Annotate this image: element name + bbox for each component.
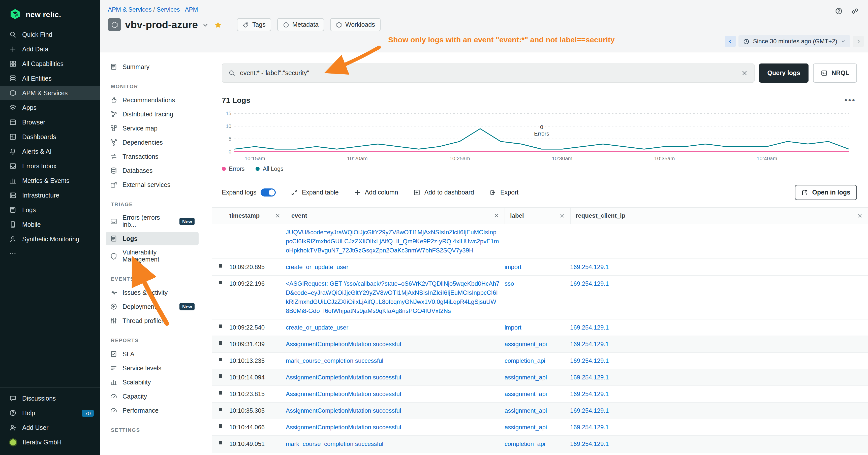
event-link[interactable]: mark_course_completion successful (286, 357, 383, 364)
event-link[interactable]: mark_course_completion successful (286, 441, 383, 448)
event-link[interactable]: create_or_update_user (286, 324, 348, 331)
table-row[interactable]: 10:10:49.051mark_course_completion succe… (212, 436, 868, 453)
help-circle-icon[interactable] (835, 7, 843, 15)
sidebar-item-errors-inbox[interactable]: Errors Inbox (0, 159, 100, 173)
label-link[interactable]: assignment_api (504, 340, 547, 348)
row-handle[interactable] (212, 224, 229, 259)
table-row[interactable]: 10:10:44.066AssignmentCompletionMutation… (212, 419, 868, 436)
time-forward-button[interactable] (853, 36, 864, 47)
sidebar-item-all-entities[interactable]: All Entities (0, 71, 100, 86)
breadcrumb-apm-services[interactable]: APM & Services (108, 6, 152, 13)
subnav-item-dependencies[interactable]: Dependencies (106, 135, 198, 149)
legend-all-logs[interactable]: All Logs (256, 166, 283, 172)
sidebar-item-iterativ-gmbh[interactable]: Iterativ GmbH (0, 435, 100, 450)
event-link[interactable]: create_or_update_user (286, 263, 348, 270)
ip-link[interactable]: 169.254.129.1 (570, 374, 609, 381)
add-column-button[interactable]: Add column (354, 189, 398, 196)
ip-link[interactable]: 169.254.129.1 (570, 280, 609, 287)
event-link[interactable]: AssignmentCompletionMutation successful (286, 390, 401, 397)
subnav-item-summary[interactable]: Summary (106, 60, 198, 73)
table-row[interactable]: 10:09:22.540create_or_update_userimport1… (212, 320, 868, 336)
sidebar-item-apps[interactable]: Apps (0, 100, 100, 115)
table-row[interactable]: 10:10:14.094AssignmentCompletionMutation… (212, 369, 868, 386)
query-logs-button[interactable]: Query logs (760, 64, 808, 83)
row-handle[interactable] (212, 369, 229, 386)
ip-link[interactable]: 169.254.129.1 (570, 357, 609, 364)
subnav-item-issues-activity[interactable]: Issues & activity (106, 286, 198, 299)
subnav-item-errors-errors-inb[interactable]: Errors (errors inb...New (106, 211, 198, 231)
table-row[interactable]: 10:10:13.235mark_course_completion succe… (212, 353, 868, 369)
sidebar-item-infrastructure[interactable]: Infrastructure (0, 188, 100, 202)
subnav-item-recommendations[interactable]: Recommendations (106, 93, 198, 107)
sidebar-item-metrics-events[interactable]: Metrics & Events (0, 173, 100, 188)
sidebar-item-mobile[interactable]: Mobile (0, 217, 100, 232)
breadcrumb-services-apm[interactable]: Services - APM (156, 6, 198, 13)
open-in-logs-button[interactable]: Open in logs (795, 185, 857, 200)
subnav-item-distributed-tracing[interactable]: Distributed tracing (106, 107, 198, 121)
chart-more-menu-icon[interactable]: ••• (844, 98, 856, 102)
favorite-star-icon[interactable] (215, 21, 222, 29)
subnav-item-databases[interactable]: Databases (106, 164, 198, 177)
label-link[interactable]: import (504, 263, 522, 270)
clear-query-icon[interactable] (741, 69, 748, 76)
subnav-item-scalability[interactable]: Scalability (106, 376, 198, 389)
ip-link[interactable]: 169.254.129.1 (570, 340, 609, 348)
sidebar-item-synthetic-monitoring[interactable]: Synthetic Monitoring (0, 232, 100, 247)
subnav-item-service-levels[interactable]: Service levels (106, 361, 198, 375)
sidebar-item-quick-find[interactable]: Quick Find (0, 27, 100, 42)
sidebar-item-all-capabilities[interactable]: All Capabilities (0, 57, 100, 71)
row-handle[interactable] (212, 386, 229, 402)
row-handle[interactable] (212, 320, 229, 335)
sidebar-item-add-user[interactable]: Add User (0, 420, 100, 435)
export-button[interactable]: Export (489, 189, 519, 196)
subnav-item-thread-profiler[interactable]: Thread profiler (106, 314, 198, 327)
sidebar-item-dashboards[interactable]: Dashboards (0, 130, 100, 144)
ip-link[interactable]: 169.254.129.1 (570, 390, 609, 397)
column-header-timestamp[interactable]: timestamp (229, 207, 286, 224)
subnav-item-deployments[interactable]: DeploymentsNew (106, 300, 198, 314)
subnav-item-transactions[interactable]: Transactions (106, 150, 198, 163)
column-header-request_client_ip[interactable]: request_client_ip (570, 207, 868, 224)
sidebar-item-discussions[interactable]: Discussions (0, 391, 100, 405)
ip-link[interactable]: 169.254.129.1 (570, 441, 609, 448)
label-link[interactable]: completion_api (504, 357, 545, 364)
sidebar-item-more[interactable] (0, 247, 100, 261)
label-link[interactable]: assignment_api (504, 374, 547, 381)
event-link[interactable]: AssignmentCompletionMutation successful (286, 407, 401, 414)
ip-link[interactable]: 169.254.129.1 (570, 407, 609, 414)
table-row[interactable]: 10:09:20.895create_or_update_userimport1… (212, 259, 868, 275)
remove-column-icon[interactable] (559, 213, 565, 219)
row-handle[interactable] (212, 402, 229, 419)
event-link[interactable]: <ASGIRequest: GET '/sso/callback/?state=… (286, 280, 499, 315)
table-row[interactable]: 10:09:22.196<ASGIRequest: GET '/sso/call… (212, 275, 868, 320)
add-to-dashboard-button[interactable]: Add to dashboard (413, 189, 474, 196)
table-row[interactable]: 10:10:35.305AssignmentCompletionMutation… (212, 402, 868, 419)
metadata-button[interactable]: Metadata (277, 18, 324, 31)
expand-table-button[interactable]: Expand table (291, 189, 339, 196)
legend-errors[interactable]: Errors (222, 166, 245, 172)
label-link[interactable]: assignment_api (504, 424, 547, 431)
log-query-bar[interactable] (222, 64, 755, 83)
log-query-input[interactable] (240, 69, 737, 76)
label-link[interactable]: assignment_api (504, 407, 547, 414)
subnav-item-external-services[interactable]: External services (106, 178, 198, 192)
row-handle[interactable] (212, 259, 229, 275)
subnav-item-logs[interactable]: Logs (106, 232, 198, 246)
event-link[interactable]: AssignmentCompletionMutation successful (286, 374, 401, 381)
row-handle[interactable] (212, 453, 229, 455)
label-link[interactable]: import (504, 324, 522, 331)
event-link[interactable]: AssignmentCompletionMutation successful (286, 424, 401, 431)
remove-column-icon[interactable] (857, 213, 863, 219)
expand-logs-toggle[interactable] (260, 189, 276, 196)
remove-column-icon[interactable] (494, 213, 499, 219)
row-handle[interactable] (212, 353, 229, 369)
remove-column-icon[interactable] (275, 213, 281, 219)
column-header-event[interactable]: event (286, 207, 504, 224)
label-link[interactable]: completion_api (504, 441, 545, 448)
permalink-icon[interactable] (851, 7, 859, 15)
new-relic-logo[interactable]: new relic. (0, 0, 100, 27)
row-handle[interactable] (212, 275, 229, 319)
event-link[interactable]: JUQVU&code=eyJraWQiOiJjcGltY29yZV8wOTI1M… (286, 229, 499, 254)
subnav-item-service-map[interactable]: Service map (106, 122, 198, 135)
entity-switcher-chevron-down-icon[interactable] (202, 21, 210, 29)
